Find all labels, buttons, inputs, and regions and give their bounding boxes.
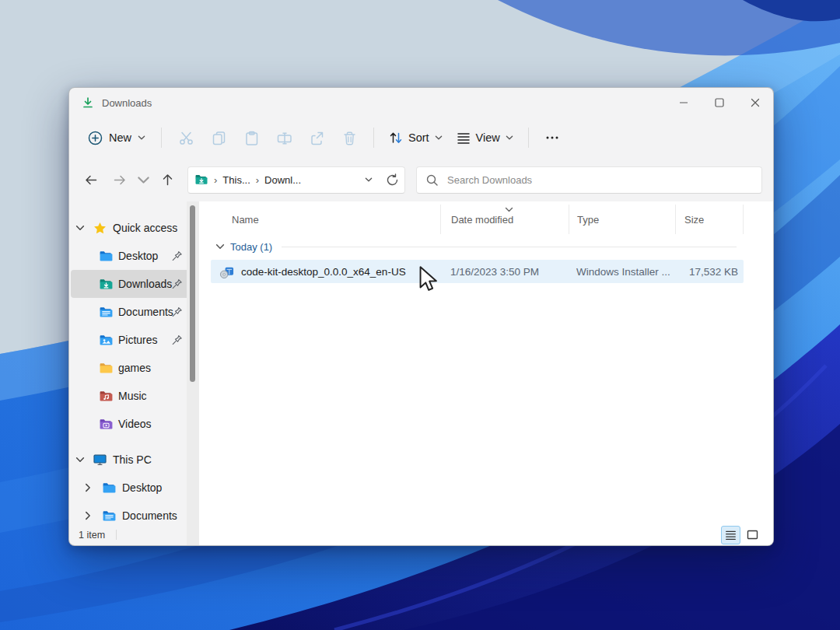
file-date-cell: 1/16/2023 3:50 PM — [440, 260, 569, 283]
downloads-folder-icon — [99, 277, 114, 292]
new-button[interactable]: New — [80, 126, 153, 150]
search-icon — [426, 174, 438, 186]
thumbnail-view-icon — [747, 529, 758, 541]
column-header-size[interactable]: Size — [675, 205, 744, 234]
sort-button[interactable]: Sort — [382, 126, 450, 149]
music-folder-icon — [99, 389, 114, 404]
address-dropdown-chevron-icon[interactable] — [365, 176, 373, 184]
arrow-up-icon — [161, 173, 174, 187]
recent-locations-button[interactable] — [135, 167, 152, 192]
forward-button[interactable] — [107, 167, 131, 192]
column-header-name[interactable]: Name — [211, 205, 440, 234]
toolbar-divider — [528, 128, 529, 148]
up-button[interactable] — [155, 167, 180, 192]
sidebar-item-games[interactable]: games — [69, 354, 199, 382]
sidebar-scrollbar[interactable] — [187, 201, 199, 545]
sidebar-item-music[interactable]: Music — [69, 382, 199, 410]
sidebar-item-videos[interactable]: Videos — [69, 410, 199, 438]
download-icon — [82, 96, 94, 109]
title-bar[interactable]: Downloads — [69, 88, 773, 117]
sidebar-label: Music — [118, 390, 147, 402]
delete-button[interactable] — [333, 123, 366, 152]
documents-folder-icon — [99, 305, 114, 320]
file-type-cell: Windows Installer ... — [569, 260, 675, 283]
share-button[interactable] — [300, 123, 333, 152]
sort-direction-chevron-icon — [505, 205, 513, 214]
pin-icon — [171, 250, 182, 261]
breadcrumb-downloads[interactable]: Downl... — [264, 174, 301, 186]
sort-arrows-icon — [389, 131, 403, 145]
monitor-icon — [93, 453, 107, 467]
item-count: 1 item — [79, 530, 105, 541]
sidebar-item-desktop[interactable]: Desktop — [69, 242, 199, 270]
file-size-cell: 17,532 KB — [675, 260, 744, 283]
rename-icon — [277, 131, 292, 145]
sidebar-label: Documents — [122, 509, 177, 522]
scrollbar-thumb[interactable] — [190, 205, 195, 382]
sidebar-item-this-pc[interactable]: This PC — [69, 446, 199, 474]
search-box[interactable] — [416, 166, 762, 194]
sidebar-item-documents[interactable]: Documents — [69, 298, 199, 326]
group-header-today[interactable]: Today (1) — [211, 236, 773, 257]
pin-icon — [171, 334, 182, 345]
trash-icon — [342, 131, 357, 145]
sidebar-label: Downloads — [118, 278, 172, 290]
videos-folder-icon — [99, 417, 114, 432]
star-icon — [93, 221, 107, 236]
list-view-icon — [725, 529, 737, 541]
chevron-right-icon[interactable] — [83, 483, 93, 492]
file-name: code-kit-desktop_0.0.0_x64_en-US — [241, 266, 406, 278]
sidebar-label: Pictures — [118, 334, 158, 346]
sidebar-item-downloads-selected[interactable]: Downloads — [71, 270, 196, 298]
cut-button[interactable] — [170, 123, 202, 152]
arrow-left-icon — [85, 173, 98, 187]
chevron-down-icon — [435, 134, 443, 142]
address-bar[interactable]: › This... › Downl... — [187, 166, 405, 194]
share-icon — [310, 131, 324, 145]
chevron-down-icon — [138, 134, 145, 142]
folder-icon — [99, 361, 114, 376]
minimize-button[interactable] — [666, 88, 702, 117]
more-options-button[interactable] — [537, 131, 568, 145]
arrow-right-icon — [113, 173, 126, 187]
explorer-window: Downloads New Sort — [68, 87, 774, 546]
maximize-button[interactable] — [702, 88, 737, 117]
chevron-down-icon[interactable] — [75, 223, 85, 233]
close-button[interactable] — [737, 88, 773, 117]
sort-button-label: Sort — [408, 131, 429, 144]
paste-button[interactable] — [235, 123, 268, 152]
chevron-down-icon — [506, 134, 513, 142]
chevron-right-icon[interactable] — [83, 511, 93, 520]
rename-button[interactable] — [268, 123, 300, 152]
sidebar-label: Documents — [118, 306, 173, 318]
window-controls — [666, 88, 773, 117]
documents-folder-icon — [102, 509, 117, 523]
sidebar-label: Desktop — [122, 481, 162, 494]
sidebar-item-pictures[interactable]: Pictures — [69, 326, 199, 354]
back-button[interactable] — [79, 167, 103, 192]
pin-icon — [171, 278, 182, 289]
search-input[interactable] — [447, 174, 752, 186]
chevron-down-icon[interactable] — [215, 242, 225, 251]
status-divider — [116, 530, 117, 540]
window-title: Downloads — [102, 97, 152, 109]
view-button[interactable]: View — [450, 126, 520, 149]
downloads-folder-icon — [194, 173, 208, 187]
large-icons-view-button[interactable] — [743, 526, 762, 544]
pin-icon — [171, 306, 182, 317]
chevron-down-icon[interactable] — [75, 455, 85, 464]
breadcrumb-this-pc[interactable]: This... — [222, 174, 250, 186]
navigation-pane: Quick access Desktop Downloads Documents — [69, 201, 199, 545]
details-view-button[interactable] — [721, 526, 740, 544]
new-button-label: New — [109, 131, 131, 144]
toolbar-divider — [161, 128, 162, 148]
sidebar-item-quick-access[interactable]: Quick access — [69, 214, 199, 242]
folder-icon — [102, 481, 117, 495]
ellipsis-icon — [545, 131, 559, 145]
column-header-type[interactable]: Type — [569, 205, 675, 234]
refresh-icon[interactable] — [386, 173, 398, 186]
file-list-pane: Name Date modified Type Size Today (1) c… — [199, 201, 773, 545]
file-row-selected[interactable]: code-kit-desktop_0.0.0_x64_en-US 1/16/20… — [211, 260, 744, 283]
copy-button[interactable] — [202, 123, 235, 152]
sidebar-item-pc-desktop[interactable]: Desktop — [69, 474, 199, 502]
